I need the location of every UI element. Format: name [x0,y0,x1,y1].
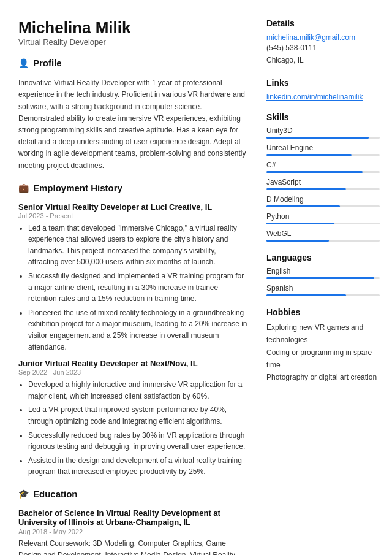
skills-section: Skills Unity3D Unreal Engine C# JavaScri… [266,112,380,242]
hobby-item-1: Coding or programming in spare time [266,346,380,372]
skill-bar-fill-3 [266,188,346,190]
jobs-container: Senior Virtual Reality Developer at Luci… [18,202,248,478]
list-item: Led a team that developed "Immersive Chi… [28,223,248,268]
skill-item-2: C# [266,161,380,173]
hobbies-title: Hobbies [266,307,380,317]
details-phone: (545) 538-0111 [266,42,380,54]
skill-name-0: Unity3D [266,126,380,135]
links-linkedin[interactable]: linkedin.com/in/michelinamilik [266,93,363,101]
job-title-1: Junior Virtual Reality Developer at Next… [18,359,248,368]
skill-bar-fill-1 [266,154,352,156]
list-item: Pioneered the use of mixed reality techn… [28,307,248,353]
list-item: Assisted in the design and development o… [28,455,248,478]
lang-bar-bg-0 [266,277,380,279]
languages-section: Languages English Spanish [266,253,380,296]
job-bullets-0: Led a team that developed "Immersive Chi… [18,223,248,353]
job-period-0: Jul 2023 - Present [18,212,248,220]
job-title-0: Senior Virtual Reality Developer at Luci… [18,202,248,212]
skill-bar-fill-4 [266,205,340,207]
job-bullets-1: Developed a highly interactive and immer… [18,379,248,478]
skill-bar-bg-1 [266,154,380,156]
candidate-job-title: Virtual Reality Developer [18,37,248,47]
profile-section-title: 👤 Profile [18,58,248,71]
lang-item-1: Spanish [266,284,380,296]
skill-bar-bg-5 [266,223,380,224]
edu-period: Aug 2018 - May 2022 [18,528,248,535]
employment-section-title: 💼 Employment History [18,183,248,196]
skill-item-0: Unity3D [266,126,380,139]
education-icon: 🎓 [18,489,29,499]
education-section: 🎓 Education Bachelor of Science in Virtu… [18,489,248,555]
skill-name-3: JavaScript [266,178,380,186]
hobbies-container: Exploring new VR games and technologiesC… [266,321,380,384]
resume-container: Michelina Milik Virtual Reality Develope… [0,0,392,555]
candidate-name: Michelina Milik [18,18,248,37]
skill-bar-bg-6 [266,240,380,242]
job-item-1: Junior Virtual Reality Developer at Next… [18,359,248,478]
lang-name-1: Spanish [266,284,380,293]
skill-bar-bg-0 [266,137,380,139]
profile-icon: 👤 [18,58,29,68]
details-section: Details michelina.milik@gmail.com (545) … [266,18,380,67]
job-period-1: Sep 2022 - Jun 2023 [18,369,248,376]
lang-bar-bg-1 [266,294,380,296]
skills-container: Unity3D Unreal Engine C# JavaScript D Mo… [266,126,380,242]
profile-section: 👤 Profile Innovative Virtual Reality Dev… [18,58,248,172]
languages-container: English Spanish [266,267,380,296]
skills-title: Skills [266,112,380,122]
left-column: Michelina Milik Virtual Reality Develope… [18,18,248,555]
lang-name-0: English [266,267,380,275]
skill-bar-bg-2 [266,171,380,173]
header-section: Michelina Milik Virtual Reality Develope… [18,18,248,47]
skill-name-6: WebGL [266,229,380,238]
skill-bar-fill-5 [266,223,334,224]
education-section-title: 🎓 Education [18,489,248,502]
details-email[interactable]: michelina.milik@gmail.com [266,33,355,42]
hobby-item-0: Exploring new VR games and technologies [266,321,380,346]
details-title: Details [266,18,380,28]
details-location: Chicago, IL [266,54,380,66]
languages-title: Languages [266,253,380,262]
employment-section: 💼 Employment History Senior Virtual Real… [18,183,248,478]
skill-bar-fill-2 [266,171,363,173]
hobby-item-2: Photography or digital art creation [266,371,380,383]
skill-bar-fill-6 [266,240,329,242]
lang-item-0: English [266,267,380,279]
skill-name-2: C# [266,161,380,169]
skill-bar-bg-3 [266,188,380,190]
skill-item-4: D Modeling [266,195,380,207]
skill-bar-fill-0 [266,137,369,139]
right-column: Details michelina.milik@gmail.com (545) … [266,18,380,555]
lang-bar-fill-1 [266,294,346,296]
hobbies-section: Hobbies Exploring new VR games and techn… [266,307,380,384]
job-item-0: Senior Virtual Reality Developer at Luci… [18,202,248,353]
skill-name-4: D Modeling [266,195,380,204]
list-item: Led a VR project that improved system pe… [28,404,248,427]
skill-name-5: Python [266,212,380,221]
edu-degree: Bachelor of Science in Virtual Reality D… [18,508,248,527]
list-item: Successfully designed and implemented a … [28,270,248,305]
lang-bar-fill-0 [266,277,374,279]
skill-item-3: JavaScript [266,178,380,190]
links-section: Links linkedin.com/in/michelinamilik [266,78,380,101]
profile-text: Innovative Virtual Reality Developer wit… [18,77,248,172]
skill-item-6: WebGL [266,229,380,242]
list-item: Developed a highly interactive and immer… [28,379,248,402]
list-item: Successfully reduced bug rates by 30% in… [28,430,248,453]
skill-item-1: Unreal Engine [266,144,380,156]
skill-name-1: Unreal Engine [266,144,380,152]
edu-text: Relevant Coursework: 3D Modeling, Comput… [18,538,248,555]
links-title: Links [266,78,380,88]
skill-bar-bg-4 [266,205,380,207]
employment-icon: 💼 [18,183,29,193]
skill-item-5: Python [266,212,380,224]
